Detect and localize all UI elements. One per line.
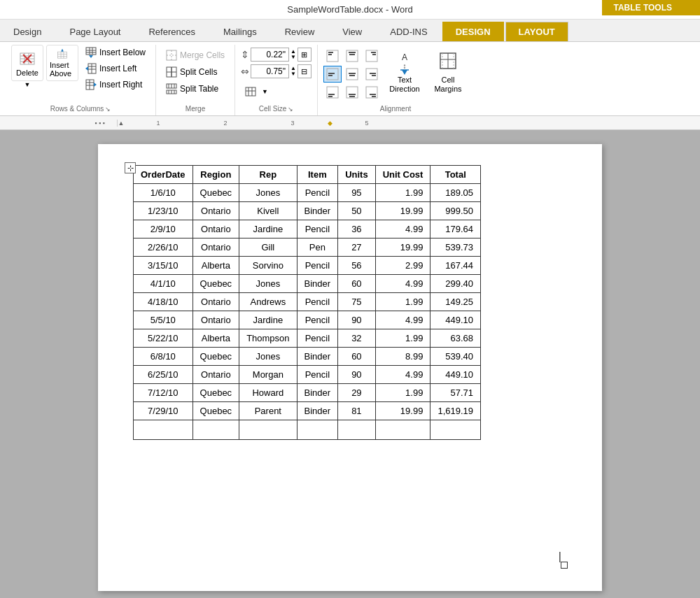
table-cell[interactable]: 4/18/10 bbox=[134, 293, 193, 311]
tab-references[interactable]: References bbox=[135, 22, 208, 41]
table-cell[interactable]: Ontario bbox=[192, 293, 239, 311]
align-bottom-center[interactable] bbox=[343, 84, 361, 101]
table-cell[interactable]: Jardine bbox=[239, 220, 297, 239]
table-resize-handle[interactable] bbox=[561, 562, 568, 569]
table-cell[interactable]: Kivell bbox=[239, 202, 297, 220]
tab-layout[interactable]: LAYOUT bbox=[505, 22, 568, 41]
table-cell[interactable]: Alberta bbox=[192, 257, 239, 275]
cell-margins-button[interactable]: Cell Margins bbox=[428, 48, 468, 97]
table-cell[interactable]: Ontario bbox=[192, 311, 239, 329]
table-cell[interactable]: Gill bbox=[239, 239, 297, 257]
text-direction-button[interactable]: A ↕ Text Direction bbox=[385, 48, 424, 97]
table-cell[interactable]: Jones bbox=[239, 184, 297, 202]
table-cell[interactable]: 7/29/10 bbox=[134, 402, 193, 420]
table-cell[interactable] bbox=[134, 420, 193, 440]
tab-review[interactable]: Review bbox=[272, 22, 328, 41]
insert-right-button[interactable]: Insert Right bbox=[81, 77, 150, 92]
table-cell[interactable]: Pencil bbox=[297, 366, 338, 384]
align-top-left[interactable] bbox=[323, 48, 342, 64]
table-cell[interactable]: 75 bbox=[338, 293, 376, 311]
table-cell[interactable]: 539.73 bbox=[430, 239, 481, 257]
table-cell[interactable]: Jones bbox=[239, 348, 297, 366]
align-top-right[interactable] bbox=[363, 48, 381, 64]
align-middle-right[interactable] bbox=[363, 66, 381, 83]
table-cell[interactable]: 7/12/10 bbox=[134, 384, 193, 402]
table-cell[interactable]: 5/5/10 bbox=[134, 311, 193, 329]
table-cell[interactable]: 19.99 bbox=[375, 402, 430, 420]
table-cell[interactable]: 6/8/10 bbox=[134, 348, 193, 366]
cell-size-expand[interactable]: ↘ bbox=[288, 106, 293, 113]
table-cell[interactable]: 4.99 bbox=[375, 366, 430, 384]
table-cell[interactable]: 50 bbox=[338, 202, 376, 220]
table-cell[interactable]: Jones bbox=[239, 275, 297, 293]
table-cell[interactable]: 2/9/10 bbox=[134, 220, 193, 239]
align-middle-left[interactable] bbox=[323, 66, 342, 83]
table-cell[interactable]: Pencil bbox=[297, 329, 338, 348]
table-cell[interactable]: Howard bbox=[239, 384, 297, 402]
table-cell[interactable]: 4/1/10 bbox=[134, 275, 193, 293]
table-cell[interactable]: 81 bbox=[338, 402, 376, 420]
table-cell[interactable]: 4.99 bbox=[375, 311, 430, 329]
table-cell[interactable]: 60 bbox=[338, 275, 376, 293]
height-input[interactable] bbox=[251, 48, 289, 62]
table-cell[interactable]: 1.99 bbox=[375, 293, 430, 311]
table-cell[interactable]: Quebec bbox=[192, 275, 239, 293]
tab-page-layout[interactable]: Page Layout bbox=[56, 22, 134, 41]
table-cell[interactable]: 57.71 bbox=[430, 384, 481, 402]
table-cell[interactable]: 1,619.19 bbox=[430, 402, 481, 420]
table-cell[interactable]: Quebec bbox=[192, 384, 239, 402]
table-cell[interactable]: 19.99 bbox=[375, 239, 430, 257]
tab-view[interactable]: View bbox=[329, 22, 375, 41]
table-cell[interactable]: 32 bbox=[338, 329, 376, 348]
split-table-button[interactable]: Split Table bbox=[162, 81, 223, 97]
table-cell[interactable]: 3/15/10 bbox=[134, 257, 193, 275]
delete-button[interactable]: Delete ▼ bbox=[11, 45, 43, 88]
merge-cells-button[interactable]: Merge Cells bbox=[162, 48, 229, 63]
tab-mailings[interactable]: Mailings bbox=[210, 22, 270, 41]
table-cell[interactable]: Ontario bbox=[192, 202, 239, 220]
insert-left-button[interactable]: Insert Left bbox=[81, 61, 150, 76]
table-cell[interactable]: 1.99 bbox=[375, 184, 430, 202]
table-cell[interactable]: 6/25/10 bbox=[134, 366, 193, 384]
table-cell[interactable]: Parent bbox=[239, 402, 297, 420]
table-cell[interactable]: 63.68 bbox=[430, 329, 481, 348]
rows-columns-expand[interactable]: ↘ bbox=[105, 106, 111, 113]
table-cell[interactable]: Binder bbox=[297, 348, 338, 366]
split-cells-button[interactable]: Split Cells bbox=[162, 64, 221, 80]
table-cell[interactable] bbox=[375, 420, 430, 440]
table-cell[interactable]: 189.05 bbox=[430, 184, 481, 202]
table-cell[interactable]: 1/6/10 bbox=[134, 184, 193, 202]
table-cell[interactable]: 19.99 bbox=[375, 202, 430, 220]
table-cell[interactable]: Andrews bbox=[239, 293, 297, 311]
table-cell[interactable]: 60 bbox=[338, 348, 376, 366]
table-cell[interactable]: Quebec bbox=[192, 184, 239, 202]
table-cell[interactable]: 8.99 bbox=[375, 348, 430, 366]
table-cell[interactable]: Pencil bbox=[297, 293, 338, 311]
width-spinner[interactable]: ▲ ▼ bbox=[290, 66, 296, 77]
height-expand[interactable]: ⊞ bbox=[298, 48, 312, 62]
table-cell[interactable]: 56 bbox=[338, 257, 376, 275]
table-cell[interactable]: 449.10 bbox=[430, 311, 481, 329]
autofit-button[interactable]: ▼ bbox=[241, 84, 312, 99]
table-cell[interactable]: Binder bbox=[297, 402, 338, 420]
align-top-center[interactable] bbox=[343, 48, 361, 64]
height-spinner[interactable]: ▲ ▼ bbox=[290, 49, 296, 60]
table-cell[interactable]: 999.50 bbox=[430, 202, 481, 220]
table-cell[interactable]: 1.99 bbox=[375, 329, 430, 348]
table-cell[interactable]: Binder bbox=[297, 384, 338, 402]
tab-table-design[interactable]: DESIGN bbox=[442, 22, 504, 41]
table-cell[interactable]: Pencil bbox=[297, 257, 338, 275]
doc-scroll[interactable]: ⊹ OrderDate Region Rep Item Units Unit C… bbox=[0, 130, 700, 598]
table-cell[interactable] bbox=[297, 420, 338, 440]
tab-design[interactable]: Design bbox=[0, 22, 55, 41]
table-cell[interactable] bbox=[430, 420, 481, 440]
width-expand[interactable]: ⊟ bbox=[298, 64, 312, 78]
width-input[interactable] bbox=[251, 64, 289, 78]
table-cell[interactable]: 1.99 bbox=[375, 384, 430, 402]
table-cell[interactable]: Sorvino bbox=[239, 257, 297, 275]
table-cell[interactable]: 2.99 bbox=[375, 257, 430, 275]
table-cell[interactable]: 2/26/10 bbox=[134, 239, 193, 257]
table-cell[interactable]: 27 bbox=[338, 239, 376, 257]
table-cell[interactable]: Binder bbox=[297, 202, 338, 220]
table-cell[interactable] bbox=[239, 420, 297, 440]
